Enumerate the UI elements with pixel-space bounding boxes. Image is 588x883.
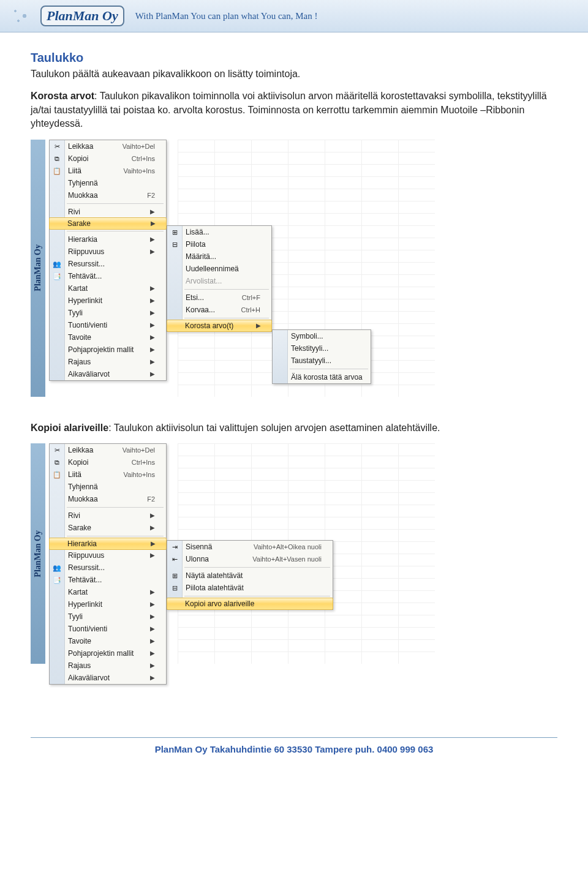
menu-item[interactable]: Aikaväliarvot▶	[50, 368, 166, 380]
content: Taulukko Taulukon päältä aukeavaan pikav…	[0, 32, 588, 701]
menu-item-icon: 📋	[52, 167, 62, 175]
menu-item[interactable]: Korosta arvo(t)▶	[167, 320, 272, 332]
submenu-sarake[interactable]: ⊞Lisää...⊟PiilotaMääritä...Uudelleennime…	[167, 225, 272, 332]
menu-item-label: Kopioi	[68, 154, 88, 163]
menu-item-label: Älä korosta tätä arvoa	[291, 373, 363, 381]
menu-item-label: Rivi	[68, 208, 80, 216]
menu-item[interactable]: Sarake▶	[49, 217, 167, 230]
menu-item[interactable]: Tekstityyli...	[273, 342, 371, 355]
menu-item[interactable]: ⇥SisennäVaihto+Alt+Oikea nuoli	[167, 541, 333, 553]
menu-separator	[184, 567, 330, 568]
menu-item-label: Muokkaa	[68, 191, 98, 200]
menu-item-shortcut: Ctrl+Ins	[132, 459, 155, 466]
menu-item[interactable]: Määritä...	[167, 250, 271, 263]
menu-item[interactable]: Tavoite▶	[50, 331, 166, 344]
menu-item[interactable]: Taustatyyli...	[273, 355, 371, 367]
menu-item-shortcut: Ctrl+F	[242, 294, 260, 301]
menu-item-label: Tyyli	[68, 309, 83, 317]
context-menu-2[interactable]: ✂LeikkaaVaihto+Del⧉KopioiCtrl+Ins📋LiitäV…	[49, 443, 167, 685]
submenu-arrow-icon: ▶	[150, 321, 155, 328]
menu-item[interactable]: Arvolistat...	[167, 275, 271, 287]
menu-item[interactable]: Tavoite▶	[50, 635, 166, 647]
submenu-hierarkia[interactable]: ⇥SisennäVaihto+Alt+Oikea nuoli⇤UlonnaVai…	[167, 540, 333, 610]
menu-item[interactable]: Tuonti/vienti▶	[50, 319, 166, 331]
menu-item[interactable]: 👥Resurssit...	[50, 258, 166, 270]
menu-item-label: Hierarkia	[67, 539, 97, 548]
menu-item-shortcut: Vaihto+Del	[123, 446, 155, 454]
submenu-arrow-icon: ▶	[150, 370, 155, 377]
submenu-arrow-icon: ▶	[150, 334, 155, 340]
menu-item-icon: 📑	[52, 272, 62, 280]
menu-item[interactable]: Kopioi arvo alariveille	[167, 598, 333, 610]
menu-item[interactable]: Riippuvuus▶	[50, 246, 166, 258]
menu-item-label: Leikkaa	[68, 446, 93, 454]
menu-item[interactable]: ✂LeikkaaVaihto+Del	[50, 140, 166, 152]
menu-item-label: Tekstityyli...	[291, 344, 328, 353]
menu-item[interactable]: Sarake▶	[50, 522, 166, 534]
menu-item[interactable]: ⇤UlonnaVaihto+Alt+Vasen nuoli	[167, 553, 333, 565]
logo-text: PlanMan Oy	[40, 6, 124, 26]
menu-item-label: Rivi	[68, 511, 80, 520]
menu-item-label: Kartat	[68, 588, 88, 596]
menu-item[interactable]: Tyhjennä	[50, 177, 166, 189]
menu-item-label: Kopioi arvo alariveille	[185, 599, 254, 608]
menu-item[interactable]: Kartat▶	[50, 586, 166, 598]
submenu-arrow-icon: ▶	[151, 220, 156, 227]
menu-item[interactable]: ⊞Lisää...	[167, 226, 271, 238]
menu-item-label: Arvolistat...	[186, 277, 222, 285]
menu-separator	[67, 231, 164, 231]
menu-item[interactable]: Etsi...Ctrl+F	[167, 291, 271, 304]
menu-item[interactable]: 👥Resurssit...	[50, 562, 166, 574]
menu-item[interactable]: 📋LiitäVaihto+Ins	[50, 165, 166, 177]
menu-item[interactable]: ⊟Piilota	[167, 238, 271, 250]
submenu-korosta-arvot[interactable]: Symboli...Tekstityyli...Taustatyyli...Äl…	[272, 329, 371, 384]
menu-item[interactable]: 📑Tehtävät...	[50, 270, 166, 282]
menu-item[interactable]: Symboli...	[273, 330, 371, 342]
menu-item-label: Leikkaa	[68, 142, 93, 151]
menu-item[interactable]: Hierarkia▶	[49, 538, 167, 550]
footer-divider	[31, 737, 557, 738]
menu-item[interactable]: Riippuvuus▶	[50, 549, 166, 562]
menu-item[interactable]: Pohjaprojektin mallit▶	[50, 344, 166, 356]
menu-item[interactable]: Rivi▶	[50, 206, 166, 218]
context-menu-1[interactable]: ✂LeikkaaVaihto+Del⧉KopioiCtrl+Ins📋LiitäV…	[49, 140, 167, 381]
submenu-arrow-icon: ▶	[150, 285, 155, 291]
menu-item[interactable]: Korvaa...Ctrl+H	[167, 304, 271, 316]
menu-item[interactable]: Tuonti/vienti▶	[50, 623, 166, 635]
menu-separator	[290, 369, 368, 369]
menu-item[interactable]: Pohjaprojektin mallit▶	[50, 647, 166, 659]
vertical-brand-strip: PlanMan Oy	[31, 443, 45, 664]
submenu-arrow-icon: ▶	[150, 358, 155, 365]
menu-item-label: Muokkaa	[68, 495, 98, 503]
menu-item[interactable]: ✂LeikkaaVaihto+Del	[50, 444, 166, 456]
menu-item[interactable]: Hyperlinkit▶	[50, 598, 166, 611]
submenu-arrow-icon: ▶	[150, 625, 155, 632]
menu-item[interactable]: Aikaväliarvot▶	[50, 672, 166, 684]
menu-item[interactable]: ⊞Näytä alatehtävät	[167, 569, 333, 582]
menu-item[interactable]: Tyyli▶	[50, 611, 166, 623]
menu-separator	[184, 289, 269, 290]
menu-item[interactable]: ⧉KopioiCtrl+Ins	[50, 456, 166, 468]
menu-item[interactable]: 📑Tehtävät...	[50, 574, 166, 586]
menu-item[interactable]: Tyhjennä	[50, 481, 166, 493]
menu-item[interactable]: ⧉KopioiCtrl+Ins	[50, 152, 166, 165]
menu-item[interactable]: Uudelleennimeä	[167, 263, 271, 275]
submenu-arrow-icon: ▶	[151, 540, 156, 547]
menu-item-shortcut: F2	[147, 495, 155, 503]
menu-item[interactable]: Rajaus▶	[50, 356, 166, 368]
menu-item[interactable]: Hyperlinkit▶	[50, 295, 166, 307]
menu-item[interactable]: Älä korosta tätä arvoa	[273, 371, 371, 383]
menu-item[interactable]: MuokkaaF2	[50, 189, 166, 201]
menu-item[interactable]: MuokkaaF2	[50, 493, 166, 505]
menu-item[interactable]: Kartat▶	[50, 282, 166, 295]
menu-item[interactable]: ⊟Piilota alatehtävät	[167, 582, 333, 594]
menu-item[interactable]: Rajaus▶	[50, 659, 166, 672]
menu-item-label: Tehtävät...	[68, 576, 102, 584]
menu-item-label: Etsi...	[186, 293, 204, 302]
menu-item[interactable]: Rivi▶	[50, 509, 166, 522]
menu-item[interactable]: Tyyli▶	[50, 307, 166, 319]
menu-item[interactable]: 📋LiitäVaihto+Ins	[50, 468, 166, 481]
menu-item-icon: ⇥	[170, 543, 179, 551]
menu-item[interactable]: Hierarkia▶	[50, 233, 166, 246]
menu-item-label: Sarake	[67, 219, 91, 228]
